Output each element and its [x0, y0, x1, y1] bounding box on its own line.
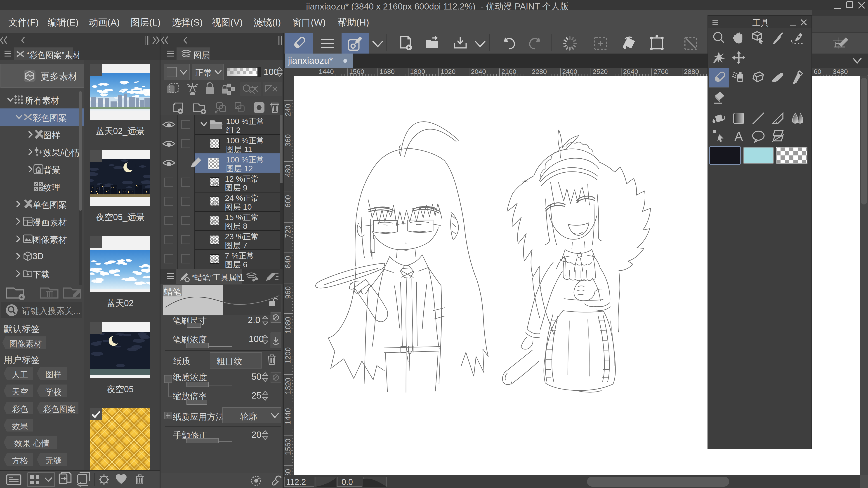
svg-text:2280: 2280 [532, 68, 547, 75]
svg-text:1200: 1200 [284, 347, 292, 364]
svg-text:1320: 1320 [284, 378, 292, 394]
svg-text:1440: 1440 [284, 408, 292, 424]
svg-text:2880: 2880 [684, 68, 699, 75]
svg-text:1680: 1680 [284, 469, 292, 475]
svg-text:720: 720 [284, 225, 292, 238]
svg-text:2520: 2520 [593, 68, 608, 75]
svg-text:1560: 1560 [284, 438, 292, 455]
svg-text:2400: 2400 [562, 68, 577, 75]
svg-text:960: 960 [284, 286, 292, 299]
svg-text:600: 600 [284, 195, 292, 207]
svg-text:360: 360 [284, 134, 292, 147]
svg-text:1680: 1680 [379, 68, 395, 75]
svg-text:480: 480 [284, 165, 292, 177]
svg-text:1800: 1800 [410, 68, 425, 75]
svg-text:240: 240 [284, 104, 292, 116]
svg-text:1920: 1920 [440, 68, 456, 75]
svg-text:1440: 1440 [319, 68, 334, 75]
svg-text:1080: 1080 [284, 317, 292, 333]
svg-text:840: 840 [284, 256, 292, 268]
svg-text:2040: 2040 [471, 68, 486, 75]
svg-text:2160: 2160 [501, 68, 517, 75]
svg-text:2640: 2640 [623, 68, 638, 75]
svg-text:2760: 2760 [653, 68, 669, 75]
svg-text:1560: 1560 [349, 68, 364, 75]
